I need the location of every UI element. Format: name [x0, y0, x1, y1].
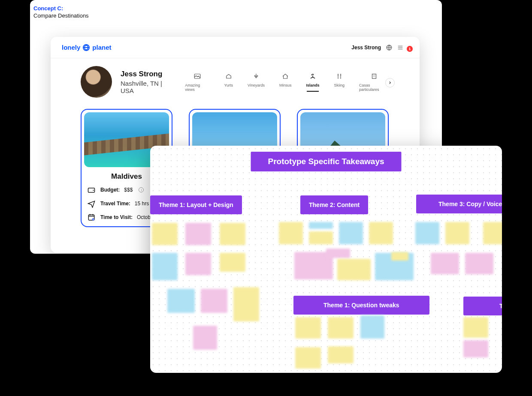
sticky-note[interactable] — [167, 289, 195, 313]
picture-icon — [193, 72, 202, 81]
chevron-right-icon — [388, 81, 392, 85]
profile-row: Jess Strong Nashville, TN | USA Amazing … — [51, 58, 420, 98]
theme-chip-truncated[interactable]: T — [463, 297, 502, 315]
travel-value: 15 hrs — [135, 201, 149, 207]
sticky-note[interactable] — [445, 222, 469, 244]
header-right: Jess Strong 1 — [351, 45, 408, 51]
info-icon[interactable]: i — [139, 187, 144, 192]
airplane-icon — [87, 199, 96, 208]
visit-label: Time to Visit: — [100, 214, 133, 220]
category-label: Islands — [306, 83, 319, 87]
sticky-note[interactable] — [483, 222, 502, 244]
sticky-note[interactable] — [185, 223, 211, 245]
budget-label: Budget: — [100, 187, 120, 193]
svg-point-2 — [254, 75, 256, 77]
sticky-note[interactable] — [360, 315, 384, 339]
sticky-note[interactable] — [337, 259, 371, 280]
sticky-note[interactable] — [152, 253, 178, 280]
theme-chip-content[interactable]: Theme 2: Content — [300, 195, 368, 214]
profile-info: Jess Strong Nashville, TN | USA — [121, 70, 176, 94]
sticky-note[interactable] — [431, 253, 459, 274]
sticky-note[interactable] — [201, 289, 227, 313]
category-scroll-right[interactable] — [385, 78, 395, 87]
grape-icon — [252, 72, 260, 81]
whiteboard-overlay[interactable]: Prototype Specific Takeaways Theme 1: La… — [150, 146, 502, 373]
brand-globe-icon — [83, 44, 90, 51]
sticky-note[interactable] — [326, 249, 350, 258]
category-amazing-views[interactable]: Amazing views — [185, 72, 209, 92]
sticky-note[interactable] — [415, 222, 439, 244]
building-icon — [370, 72, 378, 81]
category-label: Skiing — [334, 83, 345, 87]
category-tabs: Amazing views Yurts Vineyards Minsus Isl… — [185, 72, 390, 92]
sticky-note[interactable] — [465, 253, 493, 274]
category-yurts[interactable]: Yurts — [224, 72, 233, 87]
category-vineyards[interactable]: Vineyards — [248, 72, 265, 87]
category-label: Yurts — [224, 83, 233, 87]
concept-subtitle: Compare Destinations — [33, 12, 438, 19]
svg-point-4 — [255, 77, 257, 78]
calendar-icon — [87, 213, 96, 222]
sticky-note[interactable] — [185, 253, 211, 275]
hamburger-menu-icon[interactable] — [397, 45, 403, 51]
yurt-icon — [224, 72, 233, 81]
sticky-note[interactable] — [220, 253, 245, 272]
brand-word-1: lonely — [62, 44, 80, 51]
svg-point-3 — [257, 75, 258, 77]
ski-icon — [335, 72, 344, 81]
profile-picture[interactable] — [81, 66, 112, 98]
house-icon — [281, 72, 290, 81]
sticky-note[interactable] — [463, 340, 488, 357]
sticky-note[interactable] — [193, 326, 217, 350]
category-label: Amazing views — [185, 83, 209, 92]
sticky-note[interactable] — [463, 317, 488, 338]
sticky-note[interactable] — [279, 222, 303, 244]
sticky-note[interactable] — [369, 222, 393, 244]
travel-label: Travel Time: — [100, 201, 130, 207]
category-minsus[interactable]: Minsus — [279, 72, 292, 87]
theme-chip-question-tweaks[interactable]: Theme 1: Question tweaks — [293, 296, 429, 315]
category-label: Minsus — [279, 83, 292, 87]
language-globe-icon[interactable] — [386, 45, 392, 51]
sticky-note[interactable] — [309, 222, 333, 229]
sticky-note[interactable] — [152, 223, 178, 245]
brand-word-2: planet — [92, 44, 111, 51]
island-icon — [308, 72, 317, 81]
profile-location: Nashville, TN | USA — [121, 80, 176, 94]
sticky-note[interactable] — [391, 252, 408, 261]
theme-chip-copy-voice[interactable]: Theme 3: Copy / Voice — [416, 195, 502, 213]
sticky-note[interactable] — [295, 347, 321, 369]
theme-chip-layout-design[interactable]: Theme 1: Layout + Design — [150, 195, 242, 214]
active-underline — [307, 91, 319, 92]
category-islands[interactable]: Islands — [306, 72, 319, 92]
category-skiing[interactable]: Skiing — [334, 72, 345, 87]
category-label: Vineyards — [248, 83, 265, 87]
sticky-note[interactable] — [295, 317, 321, 339]
sticky-note[interactable] — [328, 317, 354, 339]
sticky-note[interactable] — [339, 222, 363, 244]
sticky-note[interactable] — [233, 287, 259, 321]
category-label: Casas particulares — [359, 83, 390, 92]
notification-badge: 1 — [407, 46, 413, 52]
wallet-icon — [87, 185, 96, 195]
concept-label: Concept C: — [33, 5, 438, 12]
whiteboard-title: Prototype Specific Takeaways — [251, 152, 401, 171]
app-header: lonely planet Jess Strong 1 — [51, 37, 420, 58]
sticky-note[interactable] — [220, 223, 245, 245]
sticky-note[interactable] — [328, 346, 354, 363]
brand-logo[interactable]: lonely planet — [62, 44, 112, 51]
profile-name: Jess Strong — [121, 70, 176, 78]
sticky-note[interactable] — [309, 231, 333, 244]
budget-value: $$$ — [124, 187, 133, 193]
header-username[interactable]: Jess Strong — [351, 45, 381, 51]
svg-rect-5 — [372, 74, 376, 79]
